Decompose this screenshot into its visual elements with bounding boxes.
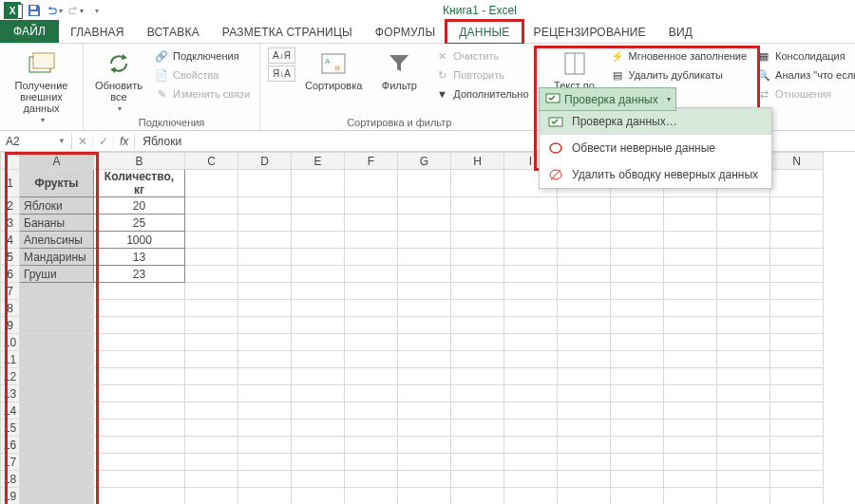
cell-E17[interactable] [292,454,345,471]
row-header-15[interactable]: 15 [1,420,20,437]
cancel-formula-icon[interactable]: ✕ [72,135,93,148]
cell-G5[interactable] [398,249,451,266]
cell-J12[interactable] [558,368,611,385]
row-header-14[interactable]: 14 [1,402,20,420]
cell-I2[interactable] [504,197,558,215]
cell-L9[interactable] [664,317,717,334]
cell-M18[interactable] [717,471,770,488]
cell-N6[interactable] [770,266,824,283]
cell-K16[interactable] [611,437,664,454]
cell-C8[interactable] [185,300,238,317]
cell-M12[interactable] [717,368,770,385]
cell-G4[interactable] [398,232,451,249]
cell-H3[interactable] [451,215,504,232]
cell-H6[interactable] [451,266,504,283]
cell-C3[interactable] [185,215,238,232]
cell-J9[interactable] [558,317,611,334]
cell-L8[interactable] [664,300,717,317]
cell-G6[interactable] [398,266,451,283]
cell-M5[interactable] [717,249,770,266]
cell-L16[interactable] [664,437,717,454]
row-header-1[interactable]: 1 [1,170,20,197]
cell-A14[interactable] [20,402,94,420]
cell-B3[interactable]: 25 [94,215,185,232]
cell-B19[interactable] [94,488,185,505]
cell-N17[interactable] [770,454,824,471]
cell-A8[interactable] [20,300,94,317]
dv-menu-check[interactable]: Проверка данных… [540,108,771,135]
cell-A13[interactable] [20,385,94,402]
cell-F3[interactable] [345,215,398,232]
cell-C17[interactable] [185,454,238,471]
refresh-all-button[interactable]: Обновить все [91,47,146,115]
cell-M17[interactable] [717,454,770,471]
cell-A1[interactable]: Фрукты [20,170,94,197]
cell-N8[interactable] [770,300,824,317]
cell-K12[interactable] [611,368,664,385]
cell-H10[interactable] [451,334,504,351]
cell-H1[interactable] [451,170,504,197]
cell-G19[interactable] [398,488,451,505]
cell-N3[interactable] [770,215,824,232]
cell-J14[interactable] [558,402,611,420]
cell-N12[interactable] [770,368,824,385]
cell-K10[interactable] [611,334,664,351]
cell-M3[interactable] [717,215,770,232]
cell-B13[interactable] [94,385,185,402]
cell-H19[interactable] [451,488,504,505]
cell-K4[interactable] [611,232,664,249]
cell-H2[interactable] [451,197,504,215]
cell-M6[interactable] [717,266,770,283]
cell-F16[interactable] [345,437,398,454]
cell-F15[interactable] [345,420,398,437]
cell-N5[interactable] [770,249,824,266]
cell-F9[interactable] [345,317,398,334]
col-header-N[interactable]: N [770,153,824,170]
cell-G15[interactable] [398,420,451,437]
cell-A16[interactable] [20,437,94,454]
cell-M9[interactable] [717,317,770,334]
cell-I15[interactable] [504,420,558,437]
cell-M10[interactable] [717,334,770,351]
cell-A10[interactable] [20,334,94,351]
cell-G16[interactable] [398,437,451,454]
cell-H8[interactable] [451,300,504,317]
cell-D15[interactable] [238,420,292,437]
cell-N18[interactable] [770,471,824,488]
col-header-A[interactable]: A [20,153,94,170]
cell-G18[interactable] [398,471,451,488]
cell-L19[interactable] [664,488,717,505]
cell-K11[interactable] [611,351,664,368]
cell-G17[interactable] [398,454,451,471]
row-header-10[interactable]: 10 [1,334,20,351]
undo-icon[interactable] [48,3,63,18]
fx-icon[interactable]: fx [114,135,135,148]
cell-E18[interactable] [292,471,345,488]
cell-N1[interactable] [770,170,824,197]
cell-D8[interactable] [238,300,292,317]
cell-K7[interactable] [611,283,664,300]
cell-C11[interactable] [185,351,238,368]
cell-I9[interactable] [504,317,558,334]
name-box[interactable]: A2▼ [0,133,72,150]
cell-E1[interactable] [292,170,345,197]
cell-C1[interactable] [185,170,238,197]
row-header-11[interactable]: 11 [1,351,20,368]
sort-za-button[interactable]: Я↓А [268,65,295,82]
cell-G8[interactable] [398,300,451,317]
cell-F8[interactable] [345,300,398,317]
cell-G1[interactable] [398,170,451,197]
cell-N4[interactable] [770,232,824,249]
cell-C9[interactable] [185,317,238,334]
cell-A5[interactable]: Мандарины [20,249,94,266]
cell-E3[interactable] [292,215,345,232]
cell-J16[interactable] [558,437,611,454]
cell-B11[interactable] [94,351,185,368]
cell-A3[interactable]: Бананы [20,215,94,232]
cell-J7[interactable] [558,283,611,300]
cell-L13[interactable] [664,385,717,402]
filter-button[interactable]: Фильтр [371,47,427,93]
spreadsheet-grid[interactable]: ABCDEFGHIJKLMN1ФруктыКоличество, кг2Ябло… [0,152,855,504]
cell-A4[interactable]: Апельсины [20,232,94,249]
cell-B17[interactable] [94,454,185,471]
